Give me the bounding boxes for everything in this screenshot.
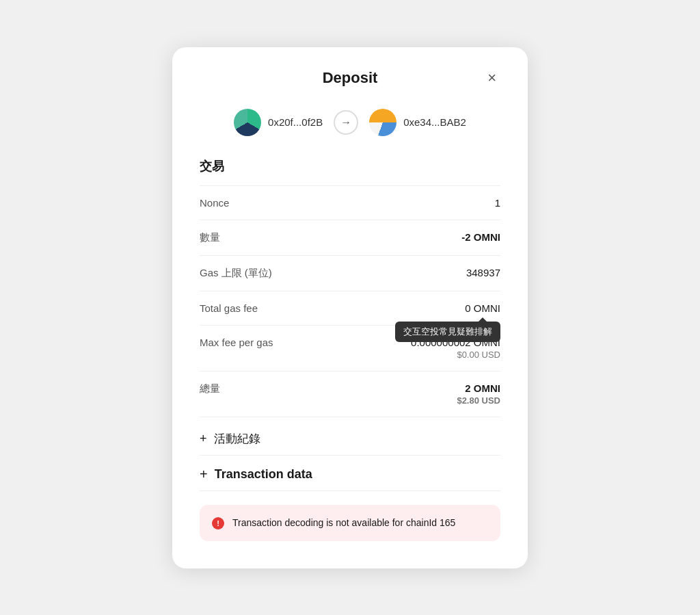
from-address-item: 0x20f...0f2B — [234, 109, 323, 136]
max-fee-sub: $0.00 USD — [411, 350, 500, 360]
to-address-item: 0xe34...BAB2 — [369, 109, 466, 136]
modal-title: Deposit — [323, 69, 378, 87]
to-avatar — [369, 109, 396, 136]
nonce-value: 1 — [495, 197, 500, 209]
transaction-data-section[interactable]: + Transaction data — [200, 456, 500, 491]
amount-value: -2 OMNI — [461, 231, 500, 243]
close-button[interactable]: × — [483, 69, 500, 87]
gas-limit-row: Gas 上限 (單位) 348937 — [200, 256, 500, 291]
total-sub: $2.80 USD — [457, 395, 500, 406]
nonce-label: Nonce — [200, 197, 229, 209]
total-gas-fee-value: 0 OMNI — [465, 302, 500, 314]
nonce-row: Nonce 1 — [200, 186, 500, 220]
total-value: 2 OMNI $2.80 USD — [457, 382, 500, 406]
error-text: Transaction decoding is not available fo… — [232, 516, 455, 530]
amount-label: 數量 — [200, 231, 220, 244]
activity-label: 活動紀錄 — [214, 431, 260, 447]
activity-plus-icon: + — [200, 432, 207, 446]
amount-row: 數量 -2 OMNI — [200, 220, 500, 256]
from-address-text: 0x20f...0f2B — [268, 116, 323, 128]
gas-limit-label: Gas 上限 (單位) — [200, 267, 272, 280]
address-row: 0x20f...0f2B → 0xe34...BAB2 — [200, 109, 500, 136]
total-label: 總量 — [200, 382, 220, 395]
tooltip: 交互空投常見疑難排解 — [395, 322, 500, 342]
transaction-section: 交易 Nonce 1 數量 -2 OMNI Gas 上限 (單位) 348937… — [200, 158, 500, 417]
error-icon: ! — [212, 517, 224, 529]
transaction-data-label: Transaction data — [215, 467, 312, 482]
gas-limit-value: 348937 — [466, 267, 500, 278]
to-address-text: 0xe34...BAB2 — [403, 116, 466, 128]
error-box: ! Transaction decoding is not available … — [200, 505, 500, 541]
modal-header: Deposit × — [200, 69, 500, 87]
transaction-data-plus-icon: + — [200, 467, 208, 482]
arrow-icon: → — [334, 110, 358, 135]
max-fee-label: Max fee per gas — [200, 337, 273, 348]
from-avatar — [234, 109, 261, 136]
deposit-modal: Deposit × 0x20f...0f2B → 0xe34...BAB2 交易… — [172, 47, 528, 568]
activity-section[interactable]: + 活動紀錄 — [200, 417, 500, 456]
transaction-section-title: 交易 — [200, 158, 500, 174]
total-row: 總量 2 OMNI $2.80 USD — [200, 371, 500, 417]
total-gas-fee-row: Total gas fee 0 OMNI 交互空投常見疑難排解 — [200, 291, 500, 326]
total-gas-fee-label: Total gas fee — [200, 302, 258, 314]
